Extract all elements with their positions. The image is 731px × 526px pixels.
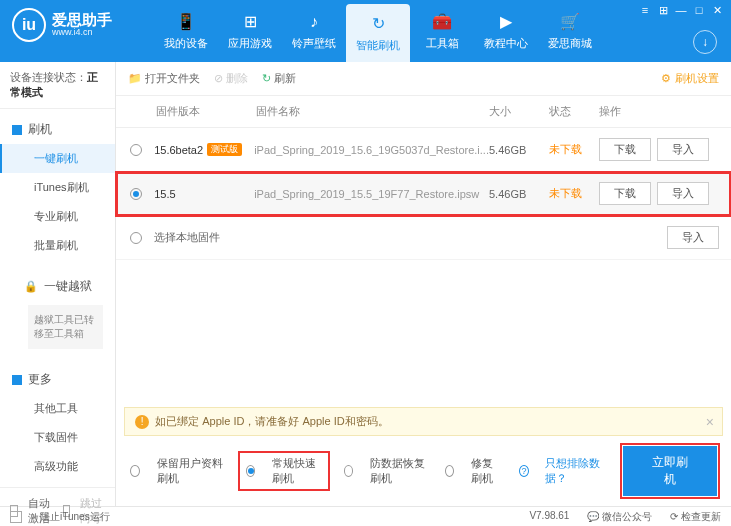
main-content: 📁 打开文件夹 ⊘ 删除 ↻ 刷新 ⚙ 刷机设置 固件版本 固件名称 大小 状态… [116,62,731,506]
refresh-button[interactable]: ↻ 刷新 [262,71,296,86]
nav-icon: ▶ [496,12,516,32]
wechat-link[interactable]: 💬 微信公众号 [587,510,652,524]
nav-icon: ♪ [304,12,324,32]
conn-label: 设备连接状态： [10,71,87,83]
option-radio[interactable] [445,465,454,477]
nav-label: 智能刷机 [356,38,400,53]
nav-item-0[interactable]: 📱我的设备 [154,0,218,62]
table-header: 固件版本 固件名称 大小 状态 操作 [116,96,731,128]
sidebar-item[interactable]: 批量刷机 [0,231,115,260]
local-fw-radio[interactable] [130,232,142,244]
option-label: 防数据恢复刷机 [370,456,428,486]
nav-item-4[interactable]: 🧰工具箱 [410,0,474,62]
help-icon[interactable]: ? [519,465,529,477]
logo: iu 爱思助手 www.i4.cn [0,0,124,50]
flash-option[interactable]: 常规快速刷机 [240,453,328,489]
nav-label: 应用游戏 [228,36,272,51]
flash-now-button[interactable]: 立即刷机 [623,446,717,496]
menu-icon[interactable]: ≡ [637,3,653,17]
download-button[interactable]: 下载 [599,138,651,161]
side-group-head[interactable]: 更多 [0,365,115,394]
side-group-title: 更多 [28,371,52,388]
import-button[interactable]: 导入 [667,226,719,249]
nav-item-3[interactable]: ↻智能刷机 [346,4,410,62]
grid-icon[interactable]: ⊞ [655,3,671,17]
sidebar-item[interactable]: 一键刷机 [0,144,115,173]
refresh-icon: ↻ [262,72,271,84]
app-url: www.i4.cn [52,28,112,38]
nav-icon: ↻ [368,14,388,34]
alert-text: 如已绑定 Apple ID，请准备好 Apple ID和密码。 [155,414,389,429]
square-icon [12,125,22,135]
nav-item-2[interactable]: ♪铃声壁纸 [282,0,346,62]
block-itunes-label: 阻止iTunes运行 [40,510,110,524]
nav-label: 爱思商城 [548,36,592,51]
flash-option[interactable]: 保留用户资料刷机 [130,456,224,486]
col-ops: 操作 [599,104,719,119]
check-update-link[interactable]: ⟳ 检查更新 [670,510,721,524]
local-firmware-row[interactable]: 选择本地固件 导入 [116,216,731,260]
flash-options: 保留用户资料刷机常规快速刷机防数据恢复刷机修复刷机?只想排除数据？立即刷机 [116,436,731,506]
sidebar-item[interactable]: iTunes刷机 [0,173,115,202]
square-icon [12,375,22,385]
fw-version: 15.5 [154,188,175,200]
window-controls: ≡ ⊞ — □ ✕ [637,3,725,17]
fw-size: 5.46GB [489,188,549,200]
nav-item-1[interactable]: ⊞应用游戏 [218,0,282,62]
gear-icon: ⚙ [661,72,671,85]
flash-option[interactable]: 修复刷机 [445,456,503,486]
alert-close-icon[interactable]: × [706,414,714,430]
block-itunes-checkbox[interactable] [10,511,22,523]
import-button[interactable]: 导入 [657,138,709,161]
download-indicator-icon[interactable]: ↓ [693,30,717,54]
option-label: 修复刷机 [471,456,503,486]
option-radio[interactable] [344,465,354,477]
close-icon[interactable]: ✕ [709,3,725,17]
local-fw-label: 选择本地固件 [154,230,220,245]
sidebar-note: 越狱工具已转移至工具箱 [28,305,103,349]
nav-label: 工具箱 [426,36,459,51]
connection-status: 设备连接状态：正常模式 [0,62,115,109]
option-label: 保留用户资料刷机 [157,456,224,486]
col-version: 固件版本 [156,104,256,119]
maximize-icon[interactable]: □ [691,3,707,17]
nav-item-5[interactable]: ▶教程中心 [474,0,538,62]
main-nav: 📱我的设备⊞应用游戏♪铃声壁纸↻智能刷机🧰工具箱▶教程中心🛒爱思商城 [154,0,602,62]
col-name: 固件名称 [256,104,489,119]
firmware-row[interactable]: 15.6beta2测试版 iPad_Spring_2019_15.6_19G50… [116,128,731,172]
row-radio[interactable] [130,188,142,200]
row-radio[interactable] [130,144,142,156]
nav-label: 教程中心 [484,36,528,51]
nav-item-6[interactable]: 🛒爱思商城 [538,0,602,62]
side-group-head[interactable]: 刷机 [0,115,115,144]
nav-label: 我的设备 [164,36,208,51]
firmware-row[interactable]: 15.5 iPad_Spring_2019_15.5_19F77_Restore… [116,172,731,216]
flash-settings-button[interactable]: ⚙ 刷机设置 [661,71,719,86]
flash-option[interactable]: 防数据恢复刷机 [344,456,429,486]
import-button[interactable]: 导入 [657,182,709,205]
sidebar-item[interactable]: 其他工具 [0,394,115,423]
sidebar-item[interactable]: 高级功能 [0,452,115,481]
exclude-data-link[interactable]: 只想排除数据？ [545,456,607,486]
fw-filename: iPad_Spring_2019_15.6_19G5037d_Restore.i… [254,144,489,156]
nav-icon: 🛒 [560,12,580,32]
app-title: 爱思助手 [52,12,112,29]
minimize-icon[interactable]: — [673,3,689,17]
appleid-alert: ! 如已绑定 Apple ID，请准备好 Apple ID和密码。 × [124,407,723,436]
folder-icon: 📁 [128,72,142,84]
col-status: 状态 [549,104,599,119]
sidebar-item[interactable]: 专业刷机 [0,202,115,231]
delete-button[interactable]: ⊘ 删除 [214,71,248,86]
nav-icon: 🧰 [432,12,452,32]
option-radio[interactable] [130,465,140,477]
sidebar: 设备连接状态：正常模式 刷机一键刷机iTunes刷机专业刷机批量刷机🔒一键越狱越… [0,62,116,506]
side-group-title: 刷机 [28,121,52,138]
toolbar: 📁 打开文件夹 ⊘ 删除 ↻ 刷新 ⚙ 刷机设置 [116,62,731,96]
sidebar-item[interactable]: 下载固件 [0,423,115,452]
option-radio[interactable] [246,465,256,477]
open-folder-button[interactable]: 📁 打开文件夹 [128,71,200,86]
nav-icon: 📱 [176,12,196,32]
side-group-head[interactable]: 🔒一键越狱 [0,272,115,301]
download-button[interactable]: 下载 [599,182,651,205]
fw-size: 5.46GB [489,144,549,156]
